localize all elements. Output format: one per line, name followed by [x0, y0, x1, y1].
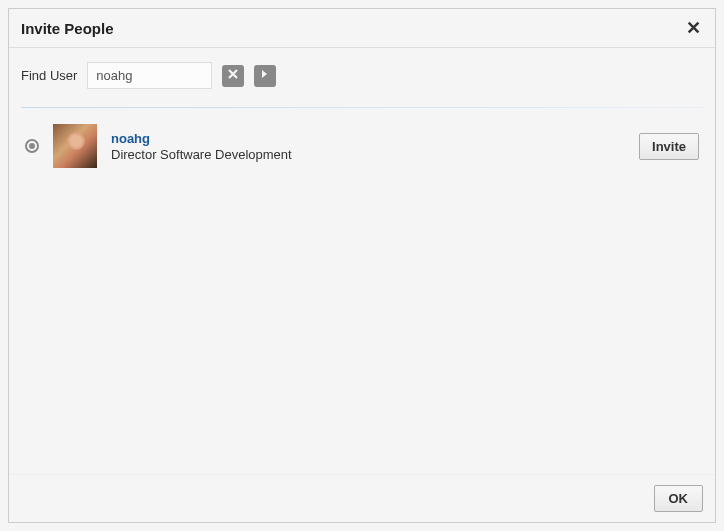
submit-search-button[interactable]: [254, 65, 276, 87]
divider: [21, 107, 703, 108]
result-row: noahg Director Software Development Invi…: [21, 122, 703, 170]
clear-search-button[interactable]: [222, 65, 244, 87]
dialog-body: Find User noahg: [9, 48, 715, 474]
user-title: Director Software Development: [111, 147, 625, 162]
find-user-input[interactable]: [87, 62, 212, 89]
dialog-title: Invite People: [21, 20, 114, 37]
close-icon[interactable]: ✕: [684, 19, 703, 37]
user-info: noahg Director Software Development: [111, 131, 625, 162]
x-icon: [227, 68, 239, 83]
invite-people-dialog: Invite People ✕ Find User: [8, 8, 716, 523]
arrow-right-icon: [259, 68, 271, 83]
dialog-footer: OK: [9, 474, 715, 522]
radio-selected-icon: [29, 143, 35, 149]
select-user-radio[interactable]: [25, 139, 39, 153]
find-user-row: Find User: [21, 62, 703, 89]
dialog-header: Invite People ✕: [9, 9, 715, 48]
results-list: noahg Director Software Development Invi…: [21, 122, 703, 460]
user-name-link[interactable]: noahg: [111, 131, 625, 146]
avatar: [53, 124, 97, 168]
ok-button[interactable]: OK: [654, 485, 704, 512]
find-user-label: Find User: [21, 68, 77, 83]
invite-button[interactable]: Invite: [639, 133, 699, 160]
